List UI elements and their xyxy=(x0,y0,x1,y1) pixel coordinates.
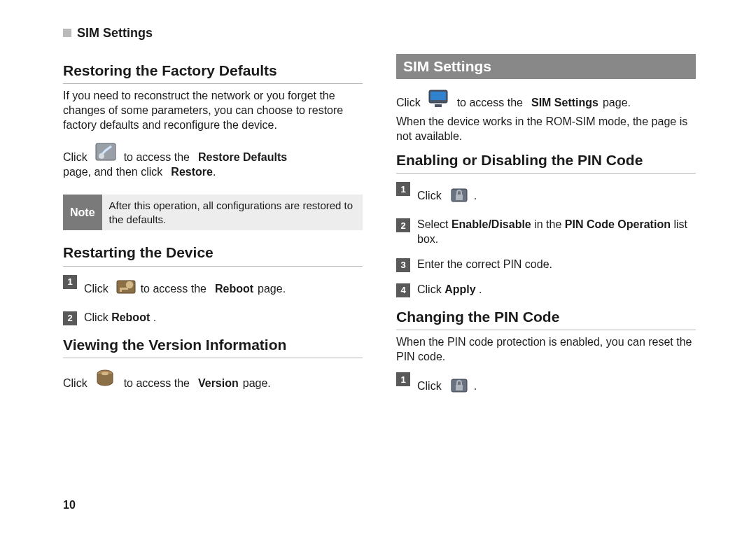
heading-change-pin: Changing the PIN Code xyxy=(396,307,696,330)
page-header: SIM Settings xyxy=(63,25,717,41)
sim-settings-icon xyxy=(428,87,453,110)
text-click: Click xyxy=(417,188,442,203)
note-label: Note xyxy=(63,195,102,230)
bold-enable-disable: Enable/Disable xyxy=(451,218,531,230)
text-click: Click xyxy=(84,311,108,323)
step-number-icon: 1 xyxy=(396,182,410,196)
text-fragment: to access the xyxy=(141,281,206,296)
right-column: SIM Settings Click to access the SIM Set… xyxy=(396,54,696,408)
text-click: Click xyxy=(63,150,88,164)
version-instruction-line: Click to access the Version page. xyxy=(63,368,363,390)
text-fragment: to access the xyxy=(124,376,190,390)
step-number-icon: 2 xyxy=(63,311,77,325)
bold-reboot: Reboot xyxy=(111,311,150,323)
bold-sim-settings: SIM Settings xyxy=(531,95,598,110)
restore-instruction-line: Click to access the Restore Defaults pag… xyxy=(63,142,363,179)
change-pin-step-1: 1 Click . xyxy=(396,371,696,397)
sim-rom-note: When the device works in the ROM-SIM mod… xyxy=(396,114,696,143)
text-select: Select xyxy=(417,218,448,230)
heading-enable-pin: Enabling or Disabling the PIN Code xyxy=(396,150,696,174)
text-fragment: . xyxy=(213,164,216,179)
page-number: 10 xyxy=(63,498,76,512)
sim-access-instruction: Click to access the SIM Settings page. xyxy=(396,87,696,110)
step-number-icon: 3 xyxy=(396,258,410,272)
text-fragment: in the xyxy=(534,218,561,230)
note-box: Note After this operation, all configura… xyxy=(63,195,363,230)
text-click: Click xyxy=(417,283,442,295)
text-fragment: . xyxy=(479,283,482,295)
bold-restore-defaults: Restore Defaults xyxy=(198,150,287,164)
text-fragment: . xyxy=(474,188,477,203)
text-fragment: . xyxy=(153,311,156,323)
text-click: Click xyxy=(84,281,108,296)
step-number-icon: 1 xyxy=(63,275,77,289)
text-click: Click xyxy=(417,379,442,393)
change-pin-intro: When the PIN code protection is enabled,… xyxy=(396,334,696,364)
step-number-icon: 2 xyxy=(396,218,410,232)
restart-step-1: 1 Click to access the Reboot page. xyxy=(63,274,363,300)
note-text: After this operation, all configurations… xyxy=(102,195,363,230)
enable-pin-step-2: 2 Select Enable/Disable in the PIN Code … xyxy=(396,217,696,246)
heading-restore-defaults: Restoring the Factory Defaults xyxy=(63,61,363,84)
text-fragment: . xyxy=(474,379,477,393)
pin-lock-icon xyxy=(449,185,470,203)
heading-version-info: Viewing the Version Information xyxy=(63,335,363,358)
bold-restore: Restore xyxy=(171,164,213,179)
reboot-icon xyxy=(115,278,136,296)
bold-reboot: Reboot xyxy=(215,281,253,296)
bold-version: Version xyxy=(198,376,239,390)
version-info-icon xyxy=(94,368,120,390)
step-number-icon: 4 xyxy=(396,283,410,297)
bold-apply: Apply xyxy=(444,283,475,295)
pin-lock-icon xyxy=(449,375,470,393)
section-banner: SIM Settings xyxy=(396,54,696,79)
restore-defaults-icon xyxy=(94,142,120,164)
text-fragment: page, and then click xyxy=(63,164,162,179)
step-text: Enter the correct PIN code. xyxy=(417,257,696,271)
text-fragment: page. xyxy=(603,95,631,110)
text-fragment: to access the xyxy=(124,150,190,164)
enable-pin-step-4: 4 Click Apply . xyxy=(396,282,696,297)
text-click: Click xyxy=(63,376,88,390)
text-fragment: to access the xyxy=(457,95,523,110)
text-click: Click xyxy=(396,95,421,110)
enable-pin-step-1: 1 Click . xyxy=(396,181,696,207)
header-title: SIM Settings xyxy=(77,25,153,41)
enable-pin-step-3: 3 Enter the correct PIN code. xyxy=(396,257,696,272)
restore-intro-text: If you need to reconstruct the network o… xyxy=(63,88,363,132)
text-fragment: page. xyxy=(243,376,271,390)
step-number-icon: 1 xyxy=(396,372,410,386)
document-page: SIM Settings Restoring the Factory Defau… xyxy=(0,0,756,536)
header-bullet-icon xyxy=(63,29,71,37)
restart-step-2: 2 Click Reboot . xyxy=(63,310,363,325)
text-fragment: page. xyxy=(258,281,286,296)
bold-pin-operation: PIN Code Operation xyxy=(565,218,671,230)
left-column: Restoring the Factory Defaults If you ne… xyxy=(63,54,363,408)
heading-restarting: Restarting the Device xyxy=(63,243,363,266)
